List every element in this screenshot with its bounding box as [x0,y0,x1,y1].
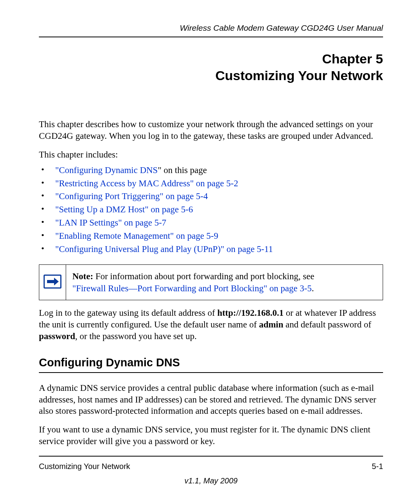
page: Wireless Cable Modem Gateway CGD24G User… [0,0,420,504]
link-configuring-port-triggering[interactable]: "Configuring Port Triggering" on page 5-… [55,191,208,201]
login-user: admin [259,320,284,329]
link-configuring-upnp[interactable]: "Configuring Universal Plug and Play (UP… [55,244,273,254]
link-setting-up-dmz-host[interactable]: "Setting Up a DMZ Host" on page 5-6 [55,205,193,214]
login-paragraph: Log in to the gateway using its default … [39,307,383,342]
note-icon-cell [39,264,66,300]
footer-page-number: 5-1 [372,462,383,471]
section-paragraph-2: If you want to use a dynamic DNS service… [39,424,383,447]
note-box: Note: For information about port forward… [39,264,383,300]
note-arrow-icon [44,275,61,289]
chapter-number: Chapter 5 [39,51,383,67]
link-configuring-dynamic-dns[interactable]: "Configuring Dynamic DNS [55,165,158,175]
login-text-4: , or the password you have set up. [75,331,196,341]
login-text-3: and default password of [284,320,371,329]
list-item: "Configuring Universal Plug and Play (UP… [39,243,383,256]
link-lan-ip-settings[interactable]: "LAN IP Settings" on page 5-7 [55,218,166,228]
note-text-cell: Note: For information about port forward… [66,264,383,300]
list-item: "LAN IP Settings" on page 5-7 [39,216,383,229]
chapter-toc-list: "Configuring Dynamic DNS" on this page "… [39,164,383,256]
footer-version: v1.1, May 2009 [39,476,383,485]
note-label: Note: [72,271,93,281]
login-url: http://192.168.0.1 [217,308,284,318]
link-restricting-access-mac[interactable]: "Restricting Access by MAC Address" on p… [55,178,238,188]
chapter-title: Chapter 5 Customizing Your Network [39,51,383,84]
chapter-name: Customizing Your Network [39,67,383,84]
login-password: password [39,331,75,341]
list-item: "Restricting Access by MAC Address" on p… [39,177,383,190]
toc-suffix: " on this page [158,165,207,175]
note-text: For information about port forwarding an… [93,271,315,281]
note-period: . [312,284,314,293]
list-item: "Setting Up a DMZ Host" on page 5-6 [39,203,383,216]
running-header: Wireless Cable Modem Gateway CGD24G User… [39,23,383,37]
link-enabling-remote-management[interactable]: "Enabling Remote Management" on page 5-9 [55,231,218,241]
section-paragraph-1: A dynamic DNS service provides a central… [39,382,383,417]
link-firewall-rules[interactable]: "Firewall Rules—Port Forwarding and Port… [72,284,312,293]
section-heading-configuring-dynamic-dns: Configuring Dynamic DNS [39,356,383,373]
list-item: "Configuring Port Triggering" on page 5-… [39,190,383,203]
list-item: "Enabling Remote Management" on page 5-9 [39,229,383,243]
intro-paragraph-2: This chapter includes: [39,149,383,161]
page-footer: Customizing Your Network 5-1 v1.1, May 2… [39,456,383,485]
footer-left: Customizing Your Network [39,462,130,471]
intro-paragraph-1: This chapter describes how to customize … [39,119,383,142]
login-text-1: Log in to the gateway using its default … [39,308,217,318]
list-item: "Configuring Dynamic DNS" on this page [39,164,383,177]
